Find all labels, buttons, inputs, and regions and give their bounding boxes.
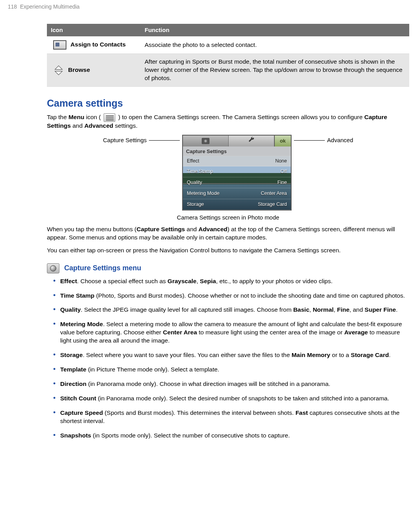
leader-line bbox=[294, 140, 325, 141]
camera-icon bbox=[47, 263, 59, 273]
paragraph: You can either tap on-screen or press th… bbox=[47, 246, 409, 255]
row-value: None bbox=[275, 158, 287, 164]
settings-list: EffectNone Time StampOff QualityFine Met… bbox=[183, 156, 291, 210]
text: . Choose a special effect such as bbox=[77, 278, 168, 284]
th-function: Function bbox=[141, 24, 409, 36]
text-bold: Capture Speed bbox=[60, 409, 103, 416]
svg-marker-0 bbox=[55, 66, 63, 69]
text: or to a bbox=[330, 352, 351, 358]
ok-button[interactable]: ok bbox=[274, 136, 291, 146]
assign-to-contacts-icon bbox=[53, 40, 66, 50]
text-bold: Effect bbox=[60, 278, 77, 284]
text-bold: Fast bbox=[295, 409, 308, 416]
text-bold: Super Fine bbox=[365, 306, 396, 313]
text-bold: Sepia bbox=[200, 278, 216, 284]
camera-settings-screenshot: ok Capture Settings EffectNone Time Stam… bbox=[182, 135, 292, 211]
figure-caption: Camera Settings screen in Photo mode bbox=[103, 214, 353, 221]
text-bold: Advanced bbox=[84, 122, 113, 129]
text-bold: Metering Mode bbox=[60, 321, 103, 327]
text: , bbox=[334, 306, 337, 313]
paragraph: When you tap the menu buttons (Capture S… bbox=[47, 225, 409, 242]
text: icon ( bbox=[84, 114, 103, 120]
figure-camera-settings: Capture Settings ok Capture Settings Eff… bbox=[103, 135, 353, 221]
figure-label-advanced: Advanced bbox=[327, 135, 353, 144]
row-value: Off bbox=[281, 168, 287, 175]
table-row: Browse After capturing in Sports or Burs… bbox=[47, 54, 409, 87]
text: Tap the bbox=[47, 114, 68, 120]
list-item: Direction (in Panorama mode only). Choos… bbox=[53, 380, 409, 388]
row-label: Storage bbox=[187, 201, 204, 208]
text: , etc., to apply to your photos or video… bbox=[216, 278, 333, 284]
text: , bbox=[310, 306, 313, 313]
text-bold: Snapshots bbox=[60, 432, 91, 439]
settings-row-effect[interactable]: EffectNone bbox=[183, 156, 291, 167]
text: (in Panorama mode only). Choose in what … bbox=[86, 380, 330, 387]
icon-function-table: Icon Function Assign to Contacts Associa… bbox=[47, 24, 409, 87]
text: . bbox=[389, 352, 390, 358]
list-item: Stitch Count (in Panorama mode only). Se… bbox=[53, 395, 409, 403]
leader-line bbox=[149, 140, 180, 141]
row-label: Quality bbox=[187, 179, 202, 186]
settings-row-storage[interactable]: StorageStorage Card bbox=[183, 199, 291, 210]
camera-tab-icon bbox=[202, 138, 210, 144]
intro-paragraph: Tap the Menu icon ( ) to open the Camera… bbox=[47, 113, 409, 130]
page-header: 118 Experiencing Multimedia bbox=[8, 0, 411, 11]
text-bold: Direction bbox=[60, 380, 86, 387]
list-item: Time Stamp (Photo, Sports and Burst mode… bbox=[53, 292, 409, 300]
list-item: Capture Speed (Sports and Burst modes). … bbox=[53, 409, 409, 425]
text-bold: Basic bbox=[293, 306, 309, 313]
function-cell: Associate the photo to a selected contac… bbox=[141, 36, 409, 54]
capture-settings-list: Effect. Choose a special effect such as … bbox=[53, 277, 409, 440]
section-heading-camera-settings: Camera settings bbox=[47, 97, 409, 110]
text: and bbox=[185, 226, 198, 232]
function-cell: After capturing in Sports or Burst mode,… bbox=[141, 54, 409, 87]
text: settings. bbox=[113, 122, 138, 129]
row-label: Time Stamp bbox=[187, 168, 213, 175]
row-value: Center Area bbox=[261, 190, 287, 197]
page-number: 118 bbox=[8, 4, 17, 10]
text: . bbox=[396, 306, 398, 313]
row-value: Storage Card bbox=[258, 201, 287, 208]
tab-capture-settings[interactable] bbox=[183, 136, 229, 146]
text-bold: Menu bbox=[68, 114, 84, 120]
chapter-title: Experiencing Multimedia bbox=[20, 4, 80, 10]
text: When you tap the menu buttons ( bbox=[47, 226, 136, 232]
list-item: Quality. Select the JPEG image quality l… bbox=[53, 306, 409, 314]
text-bold: Stitch Count bbox=[60, 395, 96, 402]
row-label: Effect bbox=[187, 158, 199, 164]
tab-advanced[interactable] bbox=[229, 136, 274, 146]
settings-row-timestamp[interactable]: Time StampOff bbox=[183, 166, 291, 177]
th-icon: Icon bbox=[47, 24, 141, 36]
list-item: Metering Mode. Select a metering mode to… bbox=[53, 320, 409, 345]
subsection-title: Capture Settings menu bbox=[64, 263, 141, 273]
settings-row-quality[interactable]: QualityFine bbox=[183, 177, 291, 188]
list-item: Snapshots (in Sports mode only). Select … bbox=[53, 432, 409, 440]
svg-marker-1 bbox=[55, 71, 63, 75]
text-bold: Main Memory bbox=[292, 352, 330, 358]
menu-icon bbox=[104, 113, 115, 122]
icon-label: Browse bbox=[68, 66, 90, 73]
table-header-row: Icon Function bbox=[47, 24, 409, 36]
icon-label: Assign to Contacts bbox=[70, 41, 125, 48]
text: and bbox=[71, 122, 84, 129]
list-item: Storage. Select where you want to save y… bbox=[53, 351, 409, 359]
text-bold: Template bbox=[60, 366, 86, 373]
settings-banner-title: Capture Settings bbox=[183, 146, 291, 157]
figure-label-capture-settings: Capture Settings bbox=[103, 135, 147, 144]
text-bold: Advanced bbox=[199, 226, 227, 232]
text: (Photo, Sports and Burst modes). Choose … bbox=[95, 292, 405, 299]
text: ) to open the Camera Settings screen. Th… bbox=[116, 114, 364, 120]
text-bold: Time Stamp bbox=[60, 292, 95, 299]
text-bold: Normal bbox=[313, 306, 333, 313]
text-bold: Grayscale bbox=[168, 278, 197, 284]
text: . Select the JPEG image quality level fo… bbox=[81, 306, 294, 313]
settings-row-metering[interactable]: Metering ModeCenter Area bbox=[183, 188, 291, 199]
row-value: Fine bbox=[278, 179, 287, 186]
row-label: Metering Mode bbox=[187, 190, 219, 197]
text: (Sports and Burst modes). This determine… bbox=[103, 409, 295, 416]
list-item: Effect. Choose a special effect such as … bbox=[53, 277, 409, 286]
subsection-heading: Capture Settings menu bbox=[47, 263, 409, 273]
table-row: Assign to Contacts Associate the photo t… bbox=[47, 36, 409, 54]
text: . Select where you want to save your fil… bbox=[83, 352, 292, 358]
browse-updown-icon bbox=[53, 65, 64, 76]
